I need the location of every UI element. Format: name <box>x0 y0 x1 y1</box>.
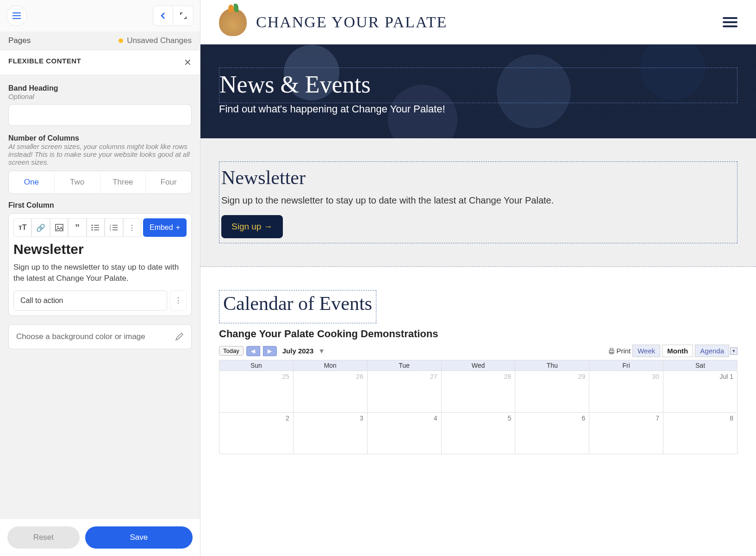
svg-point-2 <box>92 225 93 226</box>
panel-header: FLEXIBLE CONTENT ✕ <box>0 50 200 75</box>
image-button[interactable] <box>50 218 68 237</box>
numbered-list-button[interactable]: 123 <box>105 218 123 237</box>
hero-section: News & Events Find out what's happening … <box>200 44 756 138</box>
sidebar-top-bar <box>0 0 200 31</box>
day-header: Wed <box>441 360 515 371</box>
bullet-list-icon <box>91 224 100 231</box>
site-menu-button[interactable] <box>723 17 737 27</box>
editor-toolbar: тT 🔗 ” 123 ⋮ Embed + <box>13 218 187 237</box>
hamburger-bar <box>723 25 737 27</box>
prev-month-button[interactable]: ◀ <box>246 346 260 356</box>
site-header: CHANGE YOUR PALATE <box>200 0 756 44</box>
view-agenda-button[interactable]: Agenda <box>695 345 729 357</box>
editor-paragraph[interactable]: Sign up to the newsletter to stay up to … <box>13 262 187 284</box>
calendar-cell[interactable]: 29 <box>515 371 589 413</box>
calendar-cell[interactable]: 3 <box>293 413 367 454</box>
cta-options-button[interactable]: ⋮ <box>170 290 187 311</box>
columns-option-four[interactable]: Four <box>146 171 191 193</box>
day-header: Thu <box>515 360 589 371</box>
hero-title: News & Events <box>219 71 737 98</box>
hamburger-bar <box>723 17 737 19</box>
calendar-cell[interactable]: 4 <box>367 413 441 454</box>
more-button[interactable]: ⋮ <box>123 218 141 237</box>
view-week-button[interactable]: Week <box>632 345 660 357</box>
link-icon: 🔗 <box>36 223 45 232</box>
columns-option-three[interactable]: Three <box>100 171 146 193</box>
back-button[interactable] <box>153 6 173 26</box>
svg-point-3 <box>92 227 93 229</box>
save-button[interactable]: Save <box>85 526 193 549</box>
calendar-cell[interactable]: 28 <box>441 371 515 413</box>
print-button[interactable]: Print <box>608 347 631 355</box>
columns-option-two[interactable]: Two <box>55 171 100 193</box>
text-size-icon: тT <box>19 223 27 232</box>
background-picker[interactable]: Choose a background color or image <box>8 324 192 349</box>
day-header: Fri <box>589 360 663 371</box>
chevron-left-icon: ◀ <box>251 348 255 354</box>
sidebar-status-row: Pages Unsaved Changes <box>0 31 200 50</box>
month-label: July 2023 <box>282 347 314 355</box>
calendar-cell[interactable]: 25 <box>219 371 294 413</box>
calendar-cell[interactable]: 26 <box>293 371 367 413</box>
hamburger-icon <box>12 12 21 19</box>
calendar-cell[interactable]: 2 <box>219 413 294 454</box>
sidebar-footer: Reset Save <box>0 519 200 556</box>
newsletter-text: Sign up to the newsletter to stay up to … <box>221 195 735 206</box>
columns-segmented: One Two Three Four <box>8 171 192 194</box>
calendar-toolbar: Today ◀ ▶ July 2023 ▼ Print Week Month A… <box>219 345 737 357</box>
columns-label: Number of Columns <box>8 134 192 142</box>
bg-placeholder: Choose a background color or image <box>16 332 145 341</box>
agenda-dropdown-icon[interactable]: ▼ <box>730 347 737 355</box>
rich-editor: тT 🔗 ” 123 ⋮ Embed + Newsletter <box>8 213 192 316</box>
embed-button[interactable]: Embed + <box>143 218 187 237</box>
expand-button[interactable] <box>173 6 194 26</box>
brand: CHANGE YOUR PALATE <box>219 8 447 36</box>
svg-rect-9 <box>610 348 613 350</box>
calendar-cell[interactable]: 30 <box>589 371 663 413</box>
svg-text:3: 3 <box>110 229 111 231</box>
calendar-grid: Sun Mon Tue Wed Thu Fri Sat 25 26 27 28 … <box>219 360 737 454</box>
print-label: Print <box>616 347 631 355</box>
day-header: Sun <box>219 360 294 371</box>
close-panel-button[interactable]: ✕ <box>184 57 192 68</box>
editor-heading[interactable]: Newsletter <box>13 241 187 257</box>
unsaved-dot-icon <box>119 38 123 43</box>
calendar-title: Change Your Palate Cooking Demonstration… <box>219 328 737 340</box>
calendar-heading: Calendar of Events <box>223 292 372 315</box>
embed-label: Embed <box>150 223 173 232</box>
brand-name: CHANGE YOUR PALATE <box>256 13 447 31</box>
panel-title: FLEXIBLE CONTENT <box>8 57 81 68</box>
calendar-cell[interactable]: Jul 1 <box>663 371 737 413</box>
month-dropdown-icon[interactable]: ▼ <box>318 347 325 355</box>
quote-button[interactable]: ” <box>68 218 86 237</box>
today-button[interactable]: Today <box>219 346 244 356</box>
newsletter-heading: Newsletter <box>221 167 735 189</box>
calendar-cell[interactable]: 5 <box>441 413 515 454</box>
cta-block[interactable]: Call to action <box>13 290 167 311</box>
bullet-list-button[interactable] <box>87 218 105 237</box>
signup-button[interactable]: Sign up → <box>221 215 283 238</box>
view-month-button[interactable]: Month <box>662 345 693 357</box>
hero-subtitle: Find out what's happening at Change Your… <box>219 103 737 115</box>
columns-option-one[interactable]: One <box>9 171 55 193</box>
unsaved-label: Unsaved Changes <box>127 36 192 45</box>
print-icon <box>608 347 615 355</box>
band-heading-input[interactable] <box>8 104 192 126</box>
band-heading-label: Band Heading <box>8 84 192 93</box>
image-icon <box>55 224 63 231</box>
pencil-icon <box>175 332 184 341</box>
numbered-list-icon: 123 <box>110 224 118 231</box>
svg-point-1 <box>57 226 58 228</box>
link-button[interactable]: 🔗 <box>31 218 50 237</box>
calendar-cell[interactable]: 7 <box>589 413 663 454</box>
calendar-cell[interactable]: 8 <box>663 413 737 454</box>
text-size-button[interactable]: тT <box>13 218 31 237</box>
chevron-right-icon: ▶ <box>268 348 272 354</box>
calendar-section: Calendar of Events Change Your Palate Co… <box>200 267 756 477</box>
main-menu-button[interactable] <box>6 6 27 26</box>
next-month-button[interactable]: ▶ <box>263 346 277 356</box>
calendar-cell[interactable]: 6 <box>515 413 589 454</box>
calendar-cell[interactable]: 27 <box>367 371 441 413</box>
panel-body: Band Heading Optional Number of Columns … <box>0 75 200 519</box>
reset-button[interactable]: Reset <box>7 526 80 549</box>
